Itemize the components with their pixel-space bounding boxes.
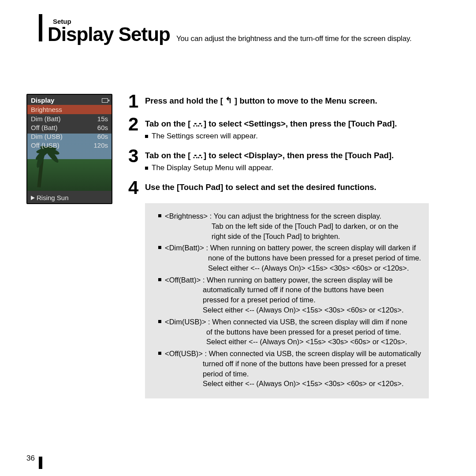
step-number: 3 — [128, 149, 141, 172]
options-box: <Brightness> : You can adjust the bright… — [145, 203, 429, 398]
step-number: 4 — [128, 180, 141, 195]
bullet-icon — [158, 246, 161, 249]
step-3: 3 Tab on the [ .··. .··. ] to select <Di… — [128, 149, 429, 172]
device-row-label: Dim (Batt) — [31, 115, 61, 123]
step-title: Tab on the [ .··. .··. ] to select <Disp… — [145, 150, 394, 161]
device-row: Dim (Batt) 15s — [27, 114, 112, 123]
touch-strip-icon: .··. .··. — [193, 150, 201, 161]
steps-container: 1 Press and hold the [ ↰ ] button to mov… — [128, 94, 429, 398]
device-selected-item: Brightness — [27, 105, 112, 114]
bullet-icon — [158, 352, 161, 355]
device-mock: Display Brightness Dim (Batt) 15s Off (B… — [26, 94, 112, 204]
bullet-icon — [158, 214, 161, 217]
bullet-icon — [158, 278, 161, 281]
step-1: 1 Press and hold the [ ↰ ] button to mov… — [128, 94, 429, 109]
device-row-value: 60s — [97, 133, 108, 140]
option-brightness: <Brightness> : You can adjust the bright… — [158, 211, 421, 241]
device-row-value: 60s — [97, 124, 108, 131]
page-subtitle: You can adjust the brightness and the tu… — [176, 34, 412, 43]
step-note: The Settings screen will appear. — [145, 132, 397, 141]
device-row-value: 120s — [93, 141, 108, 149]
device-row-label: Off (Batt) — [31, 124, 58, 131]
bullet-icon — [158, 320, 161, 323]
option-dim-usb: <Dim(USB)> : When connected via USB, the… — [158, 317, 421, 347]
step-4: 4 Use the [Touch Pad] to select and set … — [128, 180, 429, 195]
step-title: Press and hold the [ ↰ ] button to move … — [145, 96, 377, 107]
device-row-label: Off (USB) — [31, 141, 60, 149]
device-screen-title: Display — [31, 97, 54, 104]
device-row: Off (Batt) 60s — [27, 123, 112, 132]
touch-strip-icon: .··. .··. — [193, 119, 201, 129]
header-side-bar — [39, 14, 42, 41]
step-title: Use the [Touch Pad] to select and set th… — [145, 182, 376, 193]
step-number: 1 — [128, 94, 141, 109]
step-title: Tab on the [ .··. .··. ] to select <Sett… — [145, 119, 397, 129]
step-number: 2 — [128, 117, 141, 141]
option-dim-batt: <Dim(Batt)> : When running on battery po… — [158, 243, 421, 273]
page-title: Display Setup — [48, 23, 170, 45]
play-icon — [31, 196, 35, 200]
device-row-value: 15s — [97, 115, 108, 123]
page-number: 36 — [26, 454, 35, 463]
option-off-batt: <Off(Batt)> : When running on battery po… — [158, 275, 421, 315]
battery-icon — [102, 98, 108, 103]
device-row: Dim (USB) 60s — [27, 132, 112, 141]
device-row: Off (USB) 120s — [27, 141, 112, 149]
bullet-icon — [145, 135, 148, 138]
now-playing-text: Rising Sun — [37, 194, 69, 201]
step-2: 2 Tab on the [ .··. .··. ] to select <Se… — [128, 117, 429, 141]
step-note: The Display Setup Menu will appear. — [145, 164, 394, 172]
footer-side-bar — [39, 457, 42, 469]
menu-button-icon: ↰ — [225, 95, 232, 106]
bullet-icon — [145, 167, 148, 170]
option-off-usb: <Off(USB)> : When connected via USB, the… — [158, 349, 421, 389]
device-row-label: Dim (USB) — [31, 133, 63, 140]
